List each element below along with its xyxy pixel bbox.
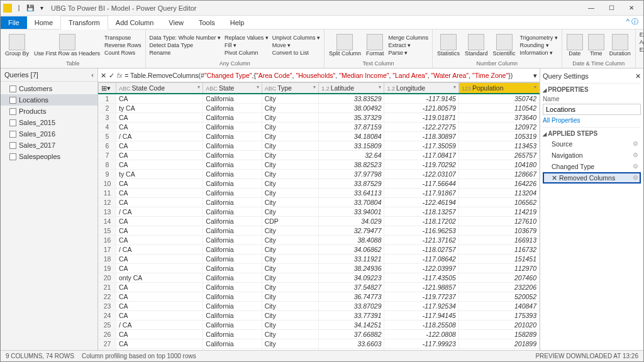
cell[interactable]: City bbox=[262, 123, 318, 132]
cell[interactable]: 140847 bbox=[458, 302, 539, 311]
row-number[interactable]: 26 bbox=[99, 330, 116, 339]
cell[interactable]: -117.9145 bbox=[384, 94, 458, 104]
cell[interactable]: / CA bbox=[116, 245, 203, 255]
data-type-button[interactable]: Data Type: Whole Number ▾ bbox=[148, 34, 222, 41]
cell[interactable]: 33.6603 bbox=[319, 339, 384, 349]
tab-transform[interactable]: Transform bbox=[60, 16, 108, 30]
cell[interactable]: 164226 bbox=[458, 179, 539, 189]
formula-cancel-icon[interactable]: ✕ bbox=[101, 72, 106, 79]
expand-button[interactable]: Expand bbox=[638, 31, 644, 38]
step-changed-type[interactable]: Changed Type⚙ bbox=[543, 161, 641, 172]
cell[interactable]: 111666 bbox=[458, 349, 539, 351]
information-button[interactable]: Information ▾ bbox=[519, 49, 559, 57]
cell[interactable]: California bbox=[203, 198, 262, 207]
cell[interactable]: -117.91867 bbox=[384, 189, 458, 198]
cell[interactable]: City bbox=[262, 302, 318, 311]
cell[interactable]: / CA bbox=[116, 321, 203, 330]
cell[interactable]: California bbox=[203, 123, 262, 132]
tab-file[interactable]: File bbox=[1, 16, 27, 29]
fx-icon[interactable]: fx bbox=[117, 72, 122, 79]
cell[interactable]: ty CA bbox=[116, 104, 203, 113]
formula-bar[interactable]: ✕ ✓ fx = Table.RemoveColumns(#"Changed T… bbox=[98, 69, 540, 82]
move-button[interactable]: Move ▾ bbox=[271, 41, 321, 49]
scientific-button[interactable]: Scientific bbox=[491, 33, 518, 57]
cell[interactable]: City bbox=[262, 349, 318, 351]
cell[interactable]: -117.08642 bbox=[384, 255, 458, 264]
cell[interactable]: CA bbox=[116, 141, 203, 151]
cell[interactable]: CA bbox=[116, 330, 203, 339]
maximize-button[interactable]: ☐ bbox=[602, 2, 621, 14]
cell[interactable]: California bbox=[203, 151, 262, 160]
cell[interactable]: 373640 bbox=[458, 113, 539, 123]
query-item-salespeoples[interactable]: Salespeoples bbox=[1, 151, 97, 162]
cell[interactable]: City bbox=[262, 179, 318, 189]
cell[interactable]: 34.18084 bbox=[319, 132, 384, 141]
gear-icon[interactable]: ⚙ bbox=[633, 163, 638, 170]
cell[interactable]: California bbox=[203, 189, 262, 198]
cell[interactable]: 114219 bbox=[458, 207, 539, 217]
applied-steps-section[interactable]: APPLIED STEPS bbox=[543, 127, 641, 138]
aggregate-button[interactable]: Aggregate bbox=[638, 38, 644, 46]
cell[interactable]: -118.30897 bbox=[384, 132, 458, 141]
cell[interactable]: -119.70292 bbox=[384, 160, 458, 170]
query-item-customers[interactable]: Customers bbox=[1, 83, 97, 94]
cell[interactable]: City bbox=[262, 226, 318, 236]
cell[interactable]: City bbox=[262, 151, 318, 160]
cell[interactable]: California bbox=[203, 339, 262, 349]
cell[interactable]: -122.27275 bbox=[384, 123, 458, 132]
cell[interactable]: 113204 bbox=[458, 189, 539, 198]
col-header-longitude[interactable]: 1.2Longitude▾ bbox=[384, 83, 458, 94]
tab-view[interactable]: View bbox=[161, 16, 191, 29]
extract-values-button[interactable]: Extract Values bbox=[638, 46, 644, 53]
cell[interactable]: -118.02757 bbox=[384, 245, 458, 255]
cell[interactable]: 34.06862 bbox=[319, 245, 384, 255]
cell[interactable]: California bbox=[203, 245, 262, 255]
gear-icon[interactable]: ⚙ bbox=[633, 174, 638, 182]
cell[interactable]: CA bbox=[116, 264, 203, 273]
cell[interactable]: 33.11921 bbox=[319, 255, 384, 264]
cell[interactable]: 128667 bbox=[458, 170, 539, 179]
cell[interactable]: City bbox=[262, 236, 318, 245]
cell[interactable]: 201020 bbox=[458, 321, 539, 330]
cell[interactable]: City bbox=[262, 311, 318, 321]
rounding-button[interactable]: Rounding ▾ bbox=[519, 41, 559, 49]
cell[interactable]: CA bbox=[116, 217, 203, 226]
cell[interactable]: 158289 bbox=[458, 330, 539, 339]
data-grid[interactable]: ⊞▾ABCState Code▾ABCState▾ABCType▾1.2Lati… bbox=[98, 82, 540, 350]
queries-collapse-icon[interactable]: ‹ bbox=[91, 71, 94, 79]
row-number[interactable]: 28 bbox=[99, 349, 116, 351]
cell[interactable]: 38.4088 bbox=[319, 236, 384, 245]
row-number[interactable]: 18 bbox=[99, 255, 116, 264]
trig-button[interactable]: Trigonometry ▾ bbox=[519, 34, 559, 41]
query-item-sales_2015[interactable]: Sales_2015 bbox=[1, 117, 97, 128]
cell[interactable]: / CA bbox=[116, 132, 203, 141]
cell[interactable]: City bbox=[262, 255, 318, 264]
col-header-state-code[interactable]: ABCState Code▾ bbox=[116, 83, 203, 94]
cell[interactable]: -117.35059 bbox=[384, 141, 458, 151]
detect-type-button[interactable]: Detect Data Type bbox=[148, 41, 222, 49]
cell[interactable]: -116.96253 bbox=[384, 226, 458, 236]
cell[interactable]: California bbox=[203, 255, 262, 264]
cell[interactable]: California bbox=[203, 292, 262, 302]
row-number[interactable]: 15 bbox=[99, 226, 116, 236]
cell[interactable]: 265757 bbox=[458, 151, 539, 160]
row-number[interactable]: 12 bbox=[99, 198, 116, 207]
collapse-ribbon-icon[interactable]: ^ ⓘ bbox=[621, 14, 643, 29]
cell[interactable]: City bbox=[262, 132, 318, 141]
cell[interactable]: City bbox=[262, 283, 318, 292]
row-number[interactable]: 3 bbox=[99, 113, 116, 123]
cell[interactable]: onty CA bbox=[116, 273, 203, 283]
cell[interactable]: 207460 bbox=[458, 273, 539, 283]
row-index-header[interactable]: ⊞▾ bbox=[99, 83, 116, 94]
cell[interactable]: 103679 bbox=[458, 226, 539, 236]
cell[interactable]: 34.14251 bbox=[319, 321, 384, 330]
replace-values-button[interactable]: Replace Values ▾ bbox=[223, 34, 270, 41]
cell[interactable]: CDP bbox=[262, 217, 318, 226]
col-header-population[interactable]: 123Population▾ bbox=[458, 83, 539, 94]
statistics-button[interactable]: Statistics bbox=[435, 33, 462, 57]
gear-icon[interactable]: ⚙ bbox=[633, 151, 638, 159]
tab-help[interactable]: Help bbox=[223, 16, 252, 29]
cell[interactable]: 113453 bbox=[458, 141, 539, 151]
row-number[interactable]: 5 bbox=[99, 132, 116, 141]
row-number[interactable]: 8 bbox=[99, 160, 116, 170]
